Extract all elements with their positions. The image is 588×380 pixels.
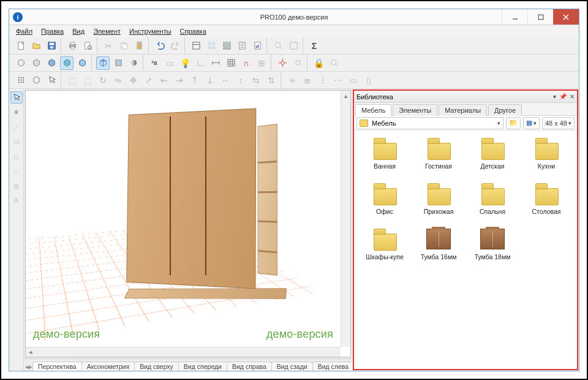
grid-toggle-button[interactable] <box>224 56 238 70</box>
sum-button[interactable]: Σ <box>307 39 321 53</box>
library-item[interactable]: Гостиная <box>414 137 463 170</box>
palette-fill[interactable]: ◍ <box>10 180 23 192</box>
library-dropdown-icon[interactable]: ▾ <box>553 93 556 100</box>
toggle-pricelist-button[interactable] <box>235 39 249 53</box>
zoom-in-button[interactable] <box>271 39 285 53</box>
library-item[interactable]: Детская <box>468 137 517 170</box>
view-colors-button[interactable] <box>45 56 58 70</box>
movexy-button[interactable]: ✥ <box>127 74 140 87</box>
library-item[interactable]: Кухни <box>522 137 571 170</box>
library-item[interactable]: Ванная <box>360 137 409 170</box>
redo-button[interactable] <box>168 39 182 53</box>
library-item[interactable]: Тумба 16мм <box>414 227 463 260</box>
horizontal-scrollbar[interactable]: ◂ <box>26 347 341 357</box>
library-tab-other[interactable]: Другое <box>488 104 522 116</box>
autocenter-button[interactable] <box>291 56 304 70</box>
view-sketch-button[interactable] <box>29 56 43 70</box>
tab-front-view[interactable]: Вид спереди <box>178 362 227 371</box>
distribute-6-button[interactable]: ▯ <box>362 74 375 87</box>
menu-element[interactable]: Элемент <box>89 26 125 36</box>
minimize-button[interactable] <box>502 9 527 25</box>
distribute-5-button[interactable]: ▭ <box>347 74 360 87</box>
axes-button[interactable] <box>194 56 207 70</box>
library-path-combo[interactable]: Мебель ▾ <box>356 117 503 129</box>
menu-help[interactable]: Справка <box>176 26 211 36</box>
snap-button[interactable]: ∩ <box>239 56 253 70</box>
print-preview-button[interactable] <box>81 39 94 53</box>
palette-text[interactable]: A <box>10 194 23 207</box>
library-viewmode-button[interactable]: ▦▾ <box>523 117 540 129</box>
distribute-3-button[interactable]: ⋮ <box>316 74 330 87</box>
dimensions-button[interactable] <box>209 56 222 70</box>
palette-rect[interactable]: ▭ <box>10 135 23 148</box>
tab-top-view[interactable]: Вид сверху <box>134 362 179 371</box>
search-button[interactable] <box>327 56 341 70</box>
labels-button[interactable]: ªa <box>148 56 161 70</box>
view-wireframe-button[interactable] <box>14 56 28 70</box>
tab-left-view[interactable]: Вид слева <box>312 362 352 371</box>
distribute-2-button[interactable]: ≣ <box>301 74 314 87</box>
tab-axonometry[interactable]: Аксонометрия <box>81 362 135 371</box>
view-textures-button[interactable] <box>60 56 74 70</box>
center-button[interactable] <box>276 56 289 70</box>
lock-button[interactable]: 🔒 <box>312 56 325 70</box>
flip-v-button[interactable]: ⇅ <box>265 74 278 87</box>
move-tool-button[interactable] <box>14 74 28 87</box>
tab-right-view[interactable]: Вид справа <box>227 362 272 371</box>
library-close-icon[interactable]: ✕ <box>570 93 575 100</box>
view-shading-button[interactable] <box>127 56 140 70</box>
align-left-button[interactable]: ⇤ <box>157 74 171 87</box>
menu-file[interactable]: Файл <box>12 26 37 36</box>
scroll-up-icon[interactable]: ▴ <box>341 91 350 101</box>
cut-button[interactable]: ✂ <box>102 39 115 53</box>
mirror-button[interactable]: ⇋ <box>111 74 125 87</box>
menu-tools[interactable]: Инструменты <box>125 26 176 36</box>
library-item[interactable]: Офис <box>360 182 409 215</box>
view-outlines-button[interactable] <box>96 56 110 70</box>
align-bottom-button[interactable]: ⤓ <box>203 74 217 87</box>
select-tool-button[interactable] <box>45 74 58 87</box>
maximize-button[interactable] <box>527 9 553 25</box>
group-button[interactable]: ⬚ <box>66 74 79 87</box>
menu-edit[interactable]: Правка <box>37 26 68 36</box>
toggle-structure-button[interactable] <box>205 39 218 53</box>
library-tab-materials[interactable]: Материалы <box>439 104 487 116</box>
library-item[interactable]: Прихожая <box>414 182 463 215</box>
tab-perspective[interactable]: Перспектива <box>32 362 82 371</box>
align-center-v-button[interactable]: ↕ <box>234 74 247 87</box>
view-semitransparent-button[interactable] <box>111 56 125 70</box>
flip-h-button[interactable]: ⇆ <box>249 74 263 87</box>
distribute-1-button[interactable]: ≡ <box>285 74 299 87</box>
model-wardrobe[interactable] <box>123 111 255 285</box>
rotate-button[interactable]: ↻ <box>96 74 110 87</box>
save-button[interactable] <box>45 39 58 53</box>
zoom-fit-button[interactable] <box>287 39 300 53</box>
menu-view[interactable]: Вид <box>68 26 89 36</box>
close-button[interactable] <box>553 9 579 25</box>
new-file-button[interactable] <box>14 39 28 53</box>
distribute-4-button[interactable]: ⋯ <box>331 74 345 87</box>
canvas-3d[interactable]: демо-версия демо-версия <box>26 91 341 347</box>
paste-button[interactable] <box>132 39 146 53</box>
toggle-library-button[interactable] <box>189 39 203 53</box>
library-item[interactable]: Спальня <box>468 182 517 215</box>
cursor3d-button[interactable] <box>29 74 43 87</box>
library-thumbsize-combo[interactable]: 48 x 48▾ <box>542 117 575 129</box>
print-button[interactable] <box>66 39 79 53</box>
library-pin-icon[interactable]: 📌 <box>559 93 567 100</box>
tab-back-view[interactable]: Вид сзади <box>271 362 313 371</box>
palette-line[interactable]: ／ <box>10 121 23 133</box>
library-tab-elements[interactable]: Элементы <box>393 104 437 116</box>
vertical-scrollbar[interactable]: ▴ <box>341 91 350 347</box>
align-top-button[interactable]: ⤒ <box>188 74 202 87</box>
toggle-properties-button[interactable] <box>220 39 233 53</box>
light-button[interactable]: 💡 <box>178 56 192 70</box>
palette-pointer[interactable] <box>10 91 23 104</box>
ortho-button[interactable]: ⊞ <box>255 56 268 70</box>
scale-button[interactable]: ⤢ <box>142 74 156 87</box>
open-file-button[interactable] <box>29 39 43 53</box>
copy-button[interactable] <box>117 39 130 53</box>
library-item[interactable]: Шкафы-купе <box>360 227 409 260</box>
toggle-report-button[interactable] <box>251 39 264 53</box>
library-up-button[interactable]: 📁 <box>506 117 521 129</box>
